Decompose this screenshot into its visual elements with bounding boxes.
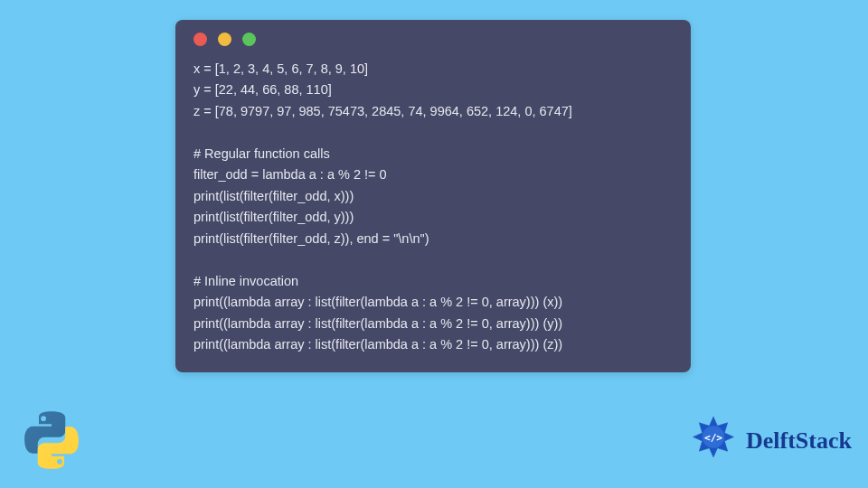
close-icon [193, 33, 207, 46]
code-window: x = [1, 2, 3, 4, 5, 6, 7, 8, 9, 10] y = … [175, 20, 691, 372]
minimize-icon [218, 33, 231, 46]
python-logo-icon [20, 408, 83, 472]
code-block: x = [1, 2, 3, 4, 5, 6, 7, 8, 9, 10] y = … [193, 59, 673, 356]
window-traffic-lights [193, 33, 673, 46]
delftstack-brand: </> DelftStack [688, 416, 852, 466]
zoom-icon [242, 33, 256, 46]
svg-text:</>: </> [704, 432, 722, 444]
delftstack-wordmark: DelftStack [746, 427, 852, 455]
delftstack-badge-icon: </> [688, 416, 739, 466]
